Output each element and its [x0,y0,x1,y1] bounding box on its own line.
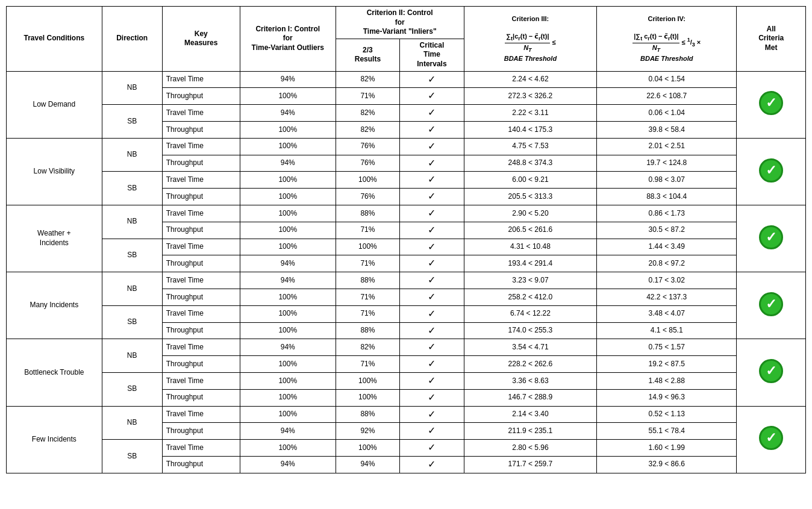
criterion2b-cell: ✓ [400,121,464,138]
criterion3-cell: 193.4 < 291.4 [464,255,596,272]
key-measure-cell: Travel Time [162,205,240,222]
criterion4-cell: 32.9 < 86.6 [597,456,737,473]
direction-cell: NB [102,339,162,373]
criterion2b-cell: ✓ [400,356,464,373]
criterion1-cell: 100% [240,222,336,239]
criterion2b-cell: ✓ [400,205,464,222]
key-measure-cell: Travel Time [162,339,240,356]
criterion3-cell: 211.9 < 235.1 [464,423,596,440]
direction-cell: NB [102,205,162,239]
criterion3-cell: 6.74 < 12.22 [464,305,596,322]
criterion3-cell: 2.22 < 3.11 [464,105,596,122]
criterion3-cell: 171.7 < 259.7 [464,456,596,473]
criterion4-cell: 0.17 < 3.02 [597,272,737,289]
criterion1-cell: 100% [240,172,336,189]
criterion1-cell: 94% [240,155,336,172]
criterion4-cell: 0.98 < 3.07 [597,172,737,189]
table-row: Low DemandNBTravel Time94%82%✓2.24 < 4.6… [7,71,806,88]
criterion2a-cell: 71% [336,255,400,272]
criterion3-cell: 3.36 < 8.63 [464,372,596,389]
criterion2a-cell: 88% [336,322,400,339]
key-measure-cell: Travel Time [162,406,240,423]
direction-cell: SB [102,440,162,473]
criterion1-cell: 100% [240,205,336,222]
criterion1-cell: 100% [240,372,336,389]
header-criterion2b: CriticalTimeIntervals [400,39,464,71]
table-row: Bottleneck TroubleNBTravel Time94%82%✓3.… [7,339,806,356]
key-measure-cell: Throughput [162,389,240,406]
key-measure-cell: Throughput [162,121,240,138]
criterion1-cell: 100% [240,88,336,105]
criterion2b-cell: ✓ [400,255,464,272]
header-criterion4: Criterion IV: |∑t cr(t) − c̃r(t)| NT ≤ 1… [597,7,737,72]
criterion1-cell: 100% [240,406,336,423]
direction-cell: SB [102,172,162,205]
key-measure-cell: Throughput [162,356,240,373]
criterion4-cell: 0.75 < 1.57 [597,339,737,356]
criterion3-cell: 146.7 < 288.9 [464,389,596,406]
criterion2b-cell: ✓ [400,239,464,255]
criterion3-cell: 174.0 < 255.3 [464,322,596,339]
criterion2b-cell: ✓ [400,155,464,172]
criterion3-cell: 2.90 < 5.20 [464,205,596,222]
table-row: Weather +IncidentsNBTravel Time100%88%✓2… [7,205,806,222]
criterion4-cell: 39.8 < 58.4 [597,121,737,138]
green-checkmark-icon [759,359,783,383]
key-measure-cell: Throughput [162,155,240,172]
green-checkmark-icon [759,426,783,450]
criterion2a-cell: 94% [336,456,400,473]
criterion3-cell: 248.8 < 374.3 [464,155,596,172]
criterion2b-cell: ✓ [400,222,464,239]
criterion2a-cell: 82% [336,339,400,356]
criterion3-cell: 2.14 < 3.40 [464,406,596,423]
criterion4-cell: 20.8 < 97.2 [597,255,737,272]
green-checkmark-icon [759,225,783,249]
criterion3-cell: 6.00 < 9.21 [464,172,596,189]
criterion2b-cell: ✓ [400,71,464,88]
criterion2b-cell: ✓ [400,289,464,305]
criterion4-cell: 4.1 < 85.1 [597,322,737,339]
header-key-measures: KeyMeasures [162,7,240,72]
criterion1-cell: 94% [240,423,336,440]
criterion4-cell: 19.2 < 87.5 [597,356,737,373]
criterion1-cell: 100% [240,440,336,457]
criterion1-cell: 100% [240,189,336,205]
criterion2a-cell: 100% [336,172,400,189]
key-measure-cell: Throughput [162,222,240,239]
criterion4-cell: 42.2 < 137.3 [597,289,737,305]
criterion2b-cell: ✓ [400,456,464,473]
criterion4-cell: 19.7 < 124.8 [597,155,737,172]
criterion2a-cell: 88% [336,406,400,423]
all-criteria-cell [737,339,806,406]
criterion2b-cell: ✓ [400,189,464,205]
criterion2a-cell: 88% [336,205,400,222]
header-criterion3: Criterion III: ∑t|cr(t) − c̃r(t)| NT ≤ B… [464,7,596,72]
header-criterion2: Criterion II: ControlforTime-Variant "In… [336,7,464,39]
criterion3-cell: 228.2 < 262.6 [464,356,596,373]
criterion4-cell: 2.01 < 2.51 [597,138,737,155]
criterion2a-cell: 100% [336,389,400,406]
table-row: SBTravel Time100%100%✓6.00 < 9.210.98 < … [7,172,806,189]
criterion2b-cell: ✓ [400,105,464,122]
all-criteria-cell [737,272,806,339]
criterion1-cell: 94% [240,339,336,356]
direction-cell: NB [102,272,162,306]
criterion4-cell: 22.6 < 108.7 [597,88,737,105]
header-all-criteria: AllCriteriaMet [737,7,806,72]
criterion2b-cell: ✓ [400,272,464,289]
direction-cell: SB [102,305,162,339]
criterion1-cell: 94% [240,71,336,88]
table-row: SBTravel Time94%82%✓2.22 < 3.110.06 < 1.… [7,105,806,122]
criterion3-cell: 2.24 < 4.62 [464,71,596,88]
header-travel-conditions: Travel Conditions [7,7,102,72]
key-measure-cell: Travel Time [162,440,240,457]
header-criterion2a: 2/3Results [336,39,400,71]
criterion4-cell: 30.5 < 87.2 [597,222,737,239]
direction-cell: NB [102,71,162,105]
travel-condition-cell: Weather +Incidents [7,205,102,272]
criterion4-threshold: BDAE Threshold [640,55,693,62]
criterion4-cell: 14.9 < 96.3 [597,389,737,406]
criterion3-threshold: BDAE Threshold [504,55,557,62]
header-direction: Direction [102,7,162,72]
all-criteria-cell [737,71,806,138]
